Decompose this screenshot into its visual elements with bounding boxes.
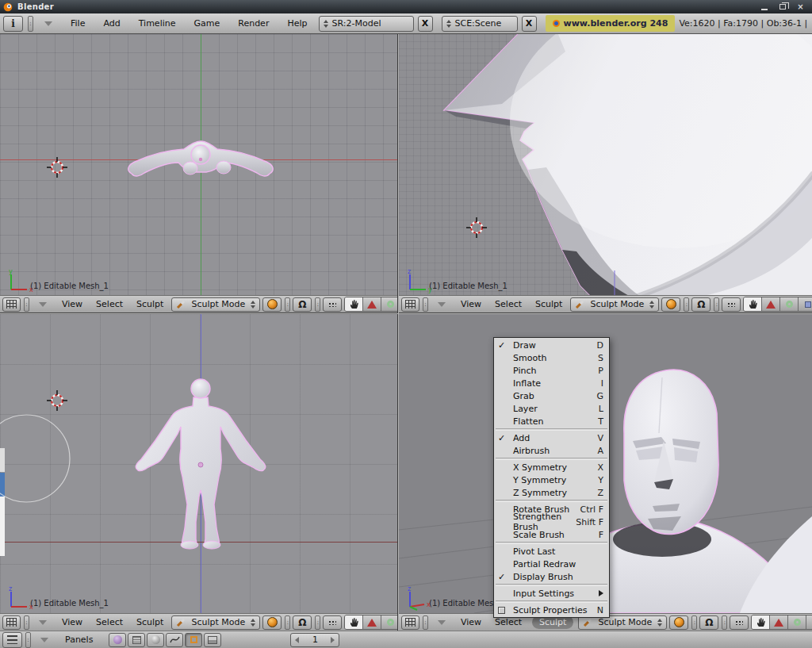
menu-select[interactable]: Select — [495, 617, 522, 627]
menu-help[interactable]: Help — [280, 18, 314, 29]
editor-type-stepper[interactable]: : — [25, 632, 31, 648]
scale-toggle[interactable] — [788, 615, 806, 629]
screen-delete-button[interactable]: X — [418, 16, 433, 32]
manipulator-button[interactable] — [323, 297, 342, 312]
menu-view[interactable]: View — [62, 299, 82, 309]
menu-item-x-symmetry[interactable]: X SymmetryX — [494, 461, 609, 474]
pivot-button[interactable] — [691, 297, 710, 312]
menu-item-inflate[interactable]: InflateI — [494, 377, 609, 389]
restore-button[interactable] — [777, 2, 787, 11]
editing-context-button[interactable] — [166, 633, 183, 647]
menu-item-strengthen-brush[interactable]: Strengthen BrushShift F — [494, 516, 609, 528]
rotate-toggle[interactable] — [363, 297, 381, 311]
minimize-button[interactable] — [759, 2, 769, 11]
menu-item-sculpt-properties[interactable]: Sculpt PropertiesN — [494, 604, 609, 616]
pivot-button[interactable] — [699, 615, 718, 630]
menu-item-airbrush[interactable]: AirbrushA — [494, 444, 609, 457]
viewport-top-left-canvas[interactable]: y x (1) Editable Mesh_1 — [0, 34, 398, 296]
rotate-toggle[interactable] — [363, 615, 381, 629]
menu-item-layer[interactable]: LayerL — [494, 402, 609, 415]
menu-view[interactable]: View — [461, 617, 481, 627]
logic-context-button[interactable] — [109, 633, 126, 647]
menu-item-input-settings[interactable]: Input Settings — [494, 587, 609, 600]
menu-view[interactable]: View — [461, 299, 481, 309]
menu-sculpt[interactable]: Sculpt — [535, 299, 562, 309]
rotate-toggle[interactable] — [770, 615, 788, 629]
editor-type-button-3dview[interactable] — [2, 615, 21, 630]
shading-context-button[interactable] — [147, 633, 164, 647]
rotate-toggle[interactable] — [762, 297, 780, 311]
menu-item-draw[interactable]: ✓DrawD — [494, 339, 609, 351]
menu-view[interactable]: View — [62, 617, 82, 627]
draw-type-stepper[interactable]: : — [285, 297, 290, 312]
menu-item-partial-redraw[interactable]: Partial Redraw — [494, 558, 609, 570]
pivot-stepper[interactable]: : — [722, 615, 727, 630]
editor-type-stepper[interactable]: : — [423, 297, 428, 312]
draw-type-button[interactable] — [661, 297, 680, 312]
menu-item-scale-brush[interactable]: Scale BrushF — [494, 528, 609, 541]
menu-panels[interactable]: Panels — [58, 635, 100, 645]
mode-selector[interactable]: Sculpt Mode — [171, 615, 260, 630]
physics-context-button[interactable] — [204, 633, 221, 647]
menu-file[interactable]: File — [63, 18, 92, 29]
editor-type-button-info[interactable] — [3, 16, 23, 32]
editor-type-button-buttons[interactable] — [2, 632, 22, 648]
editor-type-button-3dview[interactable] — [401, 297, 419, 312]
pivot-button[interactable] — [293, 615, 312, 630]
menu-item-grab[interactable]: GrabG — [494, 389, 609, 402]
editor-type-stepper[interactable]: : — [24, 297, 29, 312]
editor-type-button-3dview[interactable] — [401, 615, 419, 630]
translate-hand-toggle[interactable] — [752, 615, 770, 629]
scale-toggle[interactable] — [381, 615, 397, 629]
translate-hand-toggle[interactable] — [345, 297, 363, 311]
pulldown-collapse-icon[interactable] — [438, 302, 446, 307]
object-context-button[interactable] — [185, 633, 202, 647]
editor-type-stepper[interactable]: : — [24, 615, 29, 630]
pivot-stepper[interactable]: : — [315, 297, 320, 312]
menu-add[interactable]: Add — [96, 18, 127, 29]
pulldown-collapse-icon[interactable] — [44, 21, 52, 26]
menu-item-smooth[interactable]: SmoothS — [494, 351, 609, 364]
menu-select[interactable]: Select — [96, 617, 123, 627]
close-button[interactable]: × — [795, 2, 806, 11]
viewport-top-right-canvas[interactable]: z y (1) Editable Mesh_1 — [399, 34, 812, 296]
editor-type-button-3dview[interactable] — [2, 297, 21, 312]
editor-type-stepper[interactable]: : — [28, 16, 33, 32]
pulldown-collapse-icon[interactable] — [438, 620, 446, 625]
pivot-stepper[interactable]: : — [315, 615, 320, 630]
pulldown-collapse-icon[interactable] — [39, 620, 47, 625]
extra-toggle[interactable] — [806, 615, 812, 629]
menu-item-pinch[interactable]: PinchP — [494, 364, 609, 377]
pulldown-collapse-icon[interactable] — [40, 638, 48, 642]
menu-sculpt[interactable]: Sculpt — [136, 299, 163, 309]
menu-game[interactable]: Game — [187, 18, 228, 29]
viewport-bottom-left-canvas[interactable]: z x (1) Editable Mesh_1 — [0, 314, 398, 613]
menu-select[interactable]: Select — [96, 299, 123, 309]
menu-item-flatten[interactable]: FlattenT — [494, 415, 609, 428]
frame-number-stepper[interactable]: 1 — [290, 633, 339, 647]
translate-hand-toggle[interactable] — [345, 615, 363, 629]
menu-item-pivot-last[interactable]: Pivot Last — [494, 545, 609, 558]
menu-render[interactable]: Render — [231, 18, 276, 29]
script-context-button[interactable] — [128, 633, 145, 647]
scale-toggle[interactable] — [381, 297, 397, 311]
frame-prev-icon[interactable] — [295, 637, 299, 643]
manipulator-button[interactable] — [730, 615, 749, 630]
draw-type-button[interactable] — [262, 297, 282, 312]
frame-next-icon[interactable] — [331, 637, 335, 643]
menu-item-add[interactable]: ✓AddV — [494, 431, 609, 444]
draw-type-stepper[interactable]: : — [691, 615, 697, 630]
menu-item-y-symmetry[interactable]: Y SymmetryY — [494, 474, 609, 486]
draw-type-button[interactable] — [669, 615, 688, 630]
editor-type-stepper[interactable]: : — [423, 615, 428, 630]
screen-selector[interactable]: SR:2-Model — [319, 16, 414, 32]
extra-toggle[interactable] — [799, 297, 812, 311]
blender-version-link[interactable]: www.blender.org 248 — [546, 15, 676, 32]
menu-item-display-brush[interactable]: ✓Display Brush — [494, 570, 609, 583]
pivot-button[interactable] — [293, 297, 312, 312]
scale-toggle[interactable] — [780, 297, 799, 311]
scene-delete-button[interactable]: X — [522, 16, 537, 32]
menu-timeline[interactable]: Timeline — [132, 18, 183, 29]
translate-hand-toggle[interactable] — [744, 297, 762, 311]
pulldown-collapse-icon[interactable] — [39, 302, 47, 307]
